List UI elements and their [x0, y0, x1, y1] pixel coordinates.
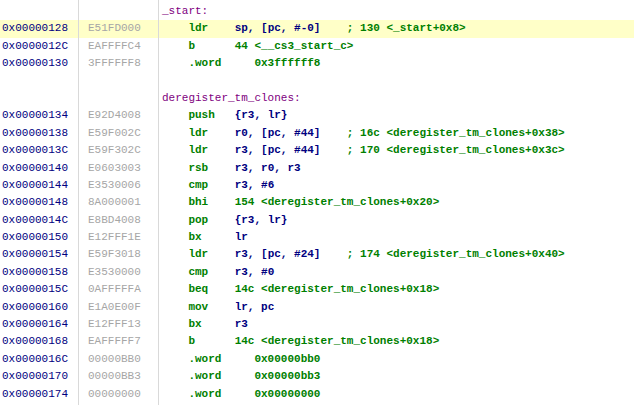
disasm-row[interactable]: 0x00000140E0603003 rsb r3, r0, r3	[0, 160, 634, 177]
disasm-row[interactable]: 0x0000017400000000 .word 0x00000000	[0, 386, 634, 403]
disasm-row[interactable]: 0x0000015C0AFFFFFA beq 14c <deregister_t…	[0, 281, 634, 298]
opcode-cell: 00000BB3	[79, 368, 159, 385]
operands: 14c <deregister_tm_clones+0x18>	[235, 335, 440, 347]
instruction-cell: cmp r3, #6	[159, 177, 634, 194]
indent	[162, 127, 188, 139]
opcode-cell: 8A000001	[79, 194, 159, 211]
column-separator-opcode	[158, 0, 159, 405]
address-cell: 0x00000158	[0, 264, 79, 281]
address-cell: 0x0000012C	[0, 38, 79, 55]
address-cell	[0, 90, 79, 107]
indent	[162, 40, 188, 52]
operands: r3	[235, 318, 248, 330]
mnemonic: b	[188, 335, 234, 347]
opcode-cell: E8BD4008	[79, 212, 159, 229]
operands: {r3, lr}	[235, 109, 288, 121]
disasm-row[interactable]: 0x00000128E51FD000 ldr sp, [pc, #-0] ; 1…	[0, 20, 634, 37]
mnemonic: bx	[188, 318, 234, 330]
opcode-cell: E92D4008	[79, 107, 159, 124]
indent	[162, 353, 188, 365]
mnemonic: .word	[188, 370, 254, 382]
disasm-row-label[interactable]: _start:	[0, 3, 634, 20]
address-cell	[0, 3, 79, 20]
disasm-row[interactable]: 0x0000016C00000BB0 .word 0x00000bb0	[0, 351, 634, 368]
opcode-cell: EAFFFFC4	[79, 38, 159, 55]
disasm-row[interactable]: 0x00000144E3530006 cmp r3, #6	[0, 177, 634, 194]
instruction-cell: b 14c <deregister_tm_clones+0x18>	[159, 333, 634, 350]
disasm-row[interactable]: 0x0000013CE59F302C ldr r3, [pc, #44] ; 1…	[0, 142, 634, 159]
address-cell: 0x0000014C	[0, 212, 79, 229]
address-cell: 0x00000168	[0, 333, 79, 350]
instruction-cell: beq 14c <deregister_tm_clones+0x18>	[159, 281, 634, 298]
instruction-cell: bx lr	[159, 229, 634, 246]
opcode-cell: E12FFF1E	[79, 229, 159, 246]
address-cell: 0x00000174	[0, 386, 79, 403]
address-cell: 0x00000148	[0, 194, 79, 211]
instruction-cell: push {r3, lr}	[159, 107, 634, 124]
indent	[162, 179, 188, 191]
opcode-cell	[79, 90, 159, 107]
mnemonic: pop	[188, 214, 234, 226]
indent	[162, 266, 188, 278]
instruction-cell: cmp r3, #0	[159, 264, 634, 281]
disasm-row-blank	[0, 73, 634, 90]
instruction-cell: .word 0x00000bb0	[159, 351, 634, 368]
disasm-row[interactable]: 0x000001303FFFFFF8 .word 0x3ffffff8	[0, 55, 634, 72]
disasm-row[interactable]: 0x00000164E12FFF13 bx r3	[0, 316, 634, 333]
address-cell: 0x0000015C	[0, 281, 79, 298]
instruction-cell: b 44 <__cs3_start_c>	[159, 38, 634, 55]
operands: {r3, lr}	[235, 214, 288, 226]
disasm-row[interactable]: 0x00000138E59F002C ldr r0, [pc, #44] ; 1…	[0, 125, 634, 142]
opcode-cell: E1A0E00F	[79, 299, 159, 316]
address-cell: 0x0000013C	[0, 142, 79, 159]
disasm-row[interactable]: 0x00000158E3530000 cmp r3, #0	[0, 264, 634, 281]
operands: r3, #0	[235, 266, 275, 278]
indent	[162, 370, 188, 382]
operands: 0x00000bb3	[254, 370, 320, 382]
address-cell: 0x00000134	[0, 107, 79, 124]
indent	[162, 318, 188, 330]
disasm-row[interactable]: 0x0000014CE8BD4008 pop {r3, lr}	[0, 212, 634, 229]
disasm-row-label[interactable]: deregister_tm_clones:	[0, 90, 634, 107]
indent	[162, 283, 188, 295]
mnemonic: beq	[188, 283, 234, 295]
indent	[162, 388, 188, 400]
address-cell: 0x00000140	[0, 160, 79, 177]
opcode-cell: E51FD000	[79, 20, 159, 37]
opcode-cell: E59F302C	[79, 142, 159, 159]
instruction-cell: rsb r3, r0, r3	[159, 160, 634, 177]
operands: r3, [pc, #44]	[235, 144, 347, 156]
opcode-cell: EAFFFFF7	[79, 333, 159, 350]
instruction-cell: ldr r3, [pc, #44] ; 170 <deregister_tm_c…	[159, 142, 634, 159]
instruction-cell: deregister_tm_clones:	[159, 90, 634, 107]
mnemonic: push	[188, 109, 234, 121]
indent	[162, 57, 188, 69]
address-cell: 0x00000128	[0, 20, 79, 37]
mnemonic: .word	[188, 353, 254, 365]
operands: lr, pc	[235, 301, 275, 313]
disasm-row[interactable]: 0x00000150E12FFF1E bx lr	[0, 229, 634, 246]
disasm-row[interactable]: 0x00000168EAFFFFF7 b 14c <deregister_tm_…	[0, 333, 634, 350]
disasm-row[interactable]: 0x00000154E59F3018 ldr r3, [pc, #24] ; 1…	[0, 246, 634, 263]
operands: 0x00000bb0	[254, 353, 320, 365]
opcode-cell: 00000BB0	[79, 351, 159, 368]
indent	[162, 214, 188, 226]
opcode-cell	[79, 3, 159, 20]
operands: lr	[235, 231, 248, 243]
mnemonic: ldr	[188, 127, 234, 139]
instruction-cell: pop {r3, lr}	[159, 212, 634, 229]
indent	[162, 248, 188, 260]
mnemonic: cmp	[188, 179, 234, 191]
address-cell: 0x0000016C	[0, 351, 79, 368]
disasm-row[interactable]: 0x0000012CEAFFFFC4 b 44 <__cs3_start_c>	[0, 38, 634, 55]
operands: r3, r0, r3	[235, 162, 301, 174]
operands: 154 <deregister_tm_clones+0x20>	[235, 196, 440, 208]
disasm-row[interactable]: 0x0000017000000BB3 .word 0x00000bb3	[0, 368, 634, 385]
instruction-cell: .word 0x00000000	[159, 386, 634, 403]
disasm-row[interactable]: 0x00000160E1A0E00F mov lr, pc	[0, 299, 634, 316]
disassembly-view: _start:0x00000128E51FD000 ldr sp, [pc, #…	[0, 0, 634, 405]
disasm-row[interactable]: 0x00000134E92D4008 push {r3, lr}	[0, 107, 634, 124]
disasm-row[interactable]: 0x000001488A000001 bhi 154 <deregister_t…	[0, 194, 634, 211]
opcode-cell	[79, 73, 159, 90]
indent	[162, 196, 188, 208]
